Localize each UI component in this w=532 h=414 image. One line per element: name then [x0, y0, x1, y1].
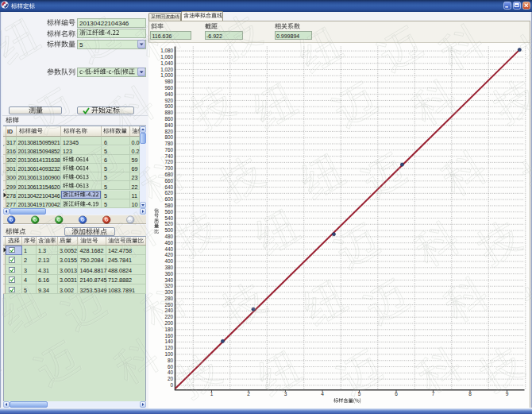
svg-text:540: 540 — [164, 215, 173, 221]
svg-text:1,040: 1,040 — [160, 60, 173, 66]
svg-text:480: 480 — [164, 234, 173, 239]
svg-text:740: 740 — [164, 153, 173, 159]
svg-text:5: 5 — [358, 391, 361, 397]
svg-text:880: 880 — [164, 110, 173, 115]
svg-text:240: 240 — [164, 308, 173, 313]
svg-text:1: 1 — [210, 391, 214, 397]
svg-text:800: 800 — [164, 134, 173, 140]
svg-text:640: 640 — [164, 184, 173, 190]
svg-text:940: 940 — [164, 91, 173, 97]
svg-text:660: 660 — [164, 178, 173, 184]
svg-text:100: 100 — [164, 351, 173, 357]
svg-text:760: 760 — [164, 147, 173, 153]
svg-text:260: 260 — [164, 302, 173, 308]
svg-text:840: 840 — [164, 122, 173, 128]
svg-text:900: 900 — [164, 103, 173, 109]
svg-text:680: 680 — [164, 172, 173, 177]
svg-text:360: 360 — [164, 271, 173, 277]
svg-text:1,020: 1,020 — [160, 67, 173, 72]
svg-text:300: 300 — [164, 289, 173, 295]
svg-text:120: 120 — [164, 345, 173, 350]
svg-text:80: 80 — [168, 358, 174, 363]
svg-text:160: 160 — [164, 333, 173, 339]
svg-text:1,000: 1,000 — [160, 72, 173, 78]
svg-text:60: 60 — [168, 364, 174, 370]
svg-text:560: 560 — [164, 209, 173, 215]
svg-text:180: 180 — [164, 327, 173, 332]
svg-text:960: 960 — [164, 85, 173, 91]
svg-text:580: 580 — [164, 203, 173, 208]
svg-text:720: 720 — [164, 159, 173, 164]
svg-text:860: 860 — [164, 116, 173, 122]
svg-text:500: 500 — [164, 227, 173, 233]
svg-text:400: 400 — [164, 258, 173, 264]
svg-text:3: 3 — [284, 391, 287, 397]
svg-text:340: 340 — [164, 277, 173, 283]
svg-text:700: 700 — [164, 165, 173, 171]
svg-text:440: 440 — [164, 246, 173, 252]
svg-text:780: 780 — [164, 141, 173, 146]
svg-text:460: 460 — [164, 240, 173, 246]
svg-text:520: 520 — [164, 221, 173, 226]
svg-text:4: 4 — [321, 391, 324, 397]
svg-text:1,080: 1,080 — [160, 48, 173, 53]
svg-text:2: 2 — [247, 391, 250, 397]
svg-text:820: 820 — [164, 129, 173, 134]
svg-text:20: 20 — [168, 376, 174, 381]
svg-text:620: 620 — [164, 190, 173, 195]
svg-text:9: 9 — [506, 391, 509, 397]
svg-text:420: 420 — [164, 252, 173, 257]
svg-text:320: 320 — [164, 283, 173, 288]
svg-text:7: 7 — [432, 391, 435, 397]
svg-text:600: 600 — [164, 196, 173, 202]
svg-text:6: 6 — [395, 391, 398, 397]
svg-text:8: 8 — [468, 391, 472, 397]
svg-text:140: 140 — [164, 339, 173, 344]
svg-text:200: 200 — [164, 320, 173, 326]
svg-text:1,060: 1,060 — [160, 54, 173, 60]
svg-text:40: 40 — [168, 370, 174, 375]
svg-text:380: 380 — [164, 265, 173, 270]
svg-text:980: 980 — [164, 79, 173, 84]
svg-text:220: 220 — [164, 314, 173, 319]
svg-text:0: 0 — [170, 382, 173, 388]
svg-text:280: 280 — [164, 296, 173, 301]
svg-text:920: 920 — [164, 98, 173, 103]
